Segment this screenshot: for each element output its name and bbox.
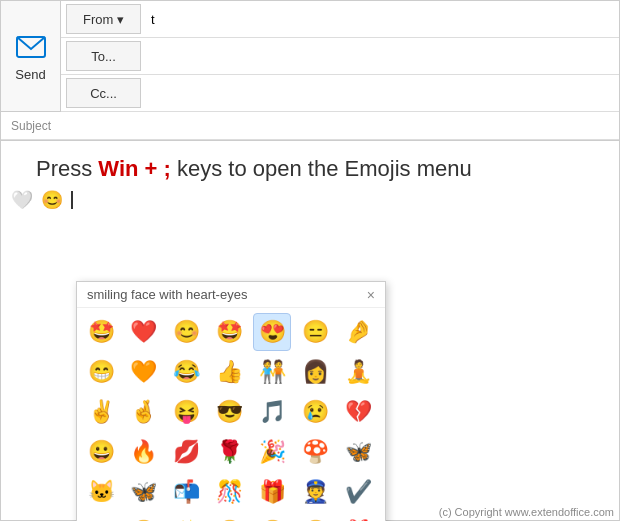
emoji-cell[interactable]: 👀 (82, 513, 120, 521)
emoji-cell[interactable]: 😍 (253, 313, 291, 351)
emoji-cell[interactable]: 😊 (168, 313, 206, 351)
emoji-close-button[interactable]: × (367, 288, 375, 302)
emoji-cell[interactable]: 😝 (168, 393, 206, 431)
emoji-cell[interactable]: 🎵 (253, 393, 291, 431)
emoji-cell[interactable]: 🦋 (339, 433, 377, 471)
from-input[interactable] (146, 1, 619, 37)
emoji-cell[interactable]: 😑 (296, 313, 334, 351)
emoji-grid: 🤩❤️😊🤩😍😑🤌😁🧡😂👍🧑‍🤝‍🧑👩🧘✌️🤞😝😎🎵😢💔😀🔥💋🌹🎉🍄🦋🐱🦋📬🎊🎁👮… (77, 308, 385, 521)
to-input[interactable] (146, 38, 619, 74)
emoji-cell[interactable]: ✨ (168, 513, 206, 521)
emoji-cell[interactable]: 👩 (296, 353, 334, 391)
instruction-part2: keys to open the Emojis menu (171, 156, 472, 181)
emoji-cell[interactable]: 🔥 (125, 433, 163, 471)
emoji-cell[interactable]: 😎 (211, 393, 249, 431)
subject-label: Subject (11, 119, 51, 133)
cc-row: Cc... (61, 75, 619, 112)
heart-icon[interactable]: 🤍 (11, 189, 33, 211)
emoji-cell[interactable]: ✔️ (339, 473, 377, 511)
emoji-panel-header: smiling face with heart-eyes × (77, 282, 385, 308)
emoji-cell[interactable]: 🤩 (82, 313, 120, 351)
subject-input[interactable] (56, 115, 619, 136)
from-button[interactable]: From ▾ (66, 4, 141, 34)
emoji-cell[interactable]: 💔 (339, 393, 377, 431)
emoji-cell[interactable]: 😢 (296, 393, 334, 431)
emoji-cell[interactable]: 🎁 (339, 513, 377, 521)
emoji-cell[interactable]: 🤞 (125, 393, 163, 431)
fields-area: From ▾ To... Cc... (61, 1, 619, 112)
emoji-cell[interactable]: 🤌 (339, 313, 377, 351)
emoji-cell[interactable]: 😂 (168, 353, 206, 391)
to-button[interactable]: To... (66, 41, 141, 71)
emoji-cell[interactable]: 🐱 (82, 473, 120, 511)
emoji-cell[interactable]: 🎊 (211, 473, 249, 511)
emoji-cell[interactable]: 😃 (125, 513, 163, 521)
emoji-cell[interactable]: 🌹 (211, 433, 249, 471)
send-icon (15, 31, 47, 63)
send-label: Send (15, 67, 45, 82)
emoji-cell[interactable]: 🧑‍🤝‍🧑 (253, 353, 291, 391)
text-cursor (71, 191, 73, 209)
emoji-cell[interactable]: 😀 (82, 433, 120, 471)
email-body[interactable]: Press Win + ; keys to open the Emojis me… (0, 141, 620, 521)
emoji-cell[interactable]: 🎁 (253, 473, 291, 511)
emoji-cell[interactable]: 😐 (253, 513, 291, 521)
cc-button[interactable]: Cc... (66, 78, 141, 108)
instruction-text: Press Win + ; keys to open the Emojis me… (6, 146, 614, 187)
emoji-panel: smiling face with heart-eyes × 🤩❤️😊🤩😍😑🤌😁… (76, 281, 386, 521)
emoji-cell[interactable]: 😁 (82, 353, 120, 391)
emoji-cell[interactable]: 👮 (296, 473, 334, 511)
toolbar-row: 🤍 😊 (6, 187, 614, 213)
emoji-cell[interactable]: 📬 (168, 473, 206, 511)
emoji-cell[interactable]: 🧡 (125, 353, 163, 391)
emoji-icon[interactable]: 😊 (41, 189, 63, 211)
emoji-cell[interactable]: 😠 (296, 513, 334, 521)
emoji-cell[interactable]: 😝 (211, 513, 249, 521)
instruction-part1: Press (36, 156, 98, 181)
subject-row: Subject (1, 112, 619, 140)
emoji-cell[interactable]: 👍 (211, 353, 249, 391)
send-button[interactable]: Send (1, 1, 61, 112)
emoji-panel-title: smiling face with heart-eyes (87, 287, 247, 302)
emoji-cell[interactable]: ✌️ (82, 393, 120, 431)
copyright: (c) Copyright www.extendoffice.com (439, 506, 614, 518)
emoji-cell[interactable]: ❤️ (125, 313, 163, 351)
emoji-cell[interactable]: 🧘 (339, 353, 377, 391)
emoji-cell[interactable]: 🦋 (125, 473, 163, 511)
emoji-cell[interactable]: 🤩 (211, 313, 249, 351)
email-header: Send From ▾ To... Cc... (1, 1, 619, 112)
to-row: To... (61, 38, 619, 75)
email-compose: Send From ▾ To... Cc... Subject (0, 0, 620, 141)
emoji-cell[interactable]: 🎉 (253, 433, 291, 471)
win-key-shortcut: Win + ; (98, 156, 171, 181)
from-row: From ▾ (61, 1, 619, 38)
emoji-cell[interactable]: 🍄 (296, 433, 334, 471)
emoji-cell[interactable]: 💋 (168, 433, 206, 471)
cc-input[interactable] (146, 75, 619, 111)
